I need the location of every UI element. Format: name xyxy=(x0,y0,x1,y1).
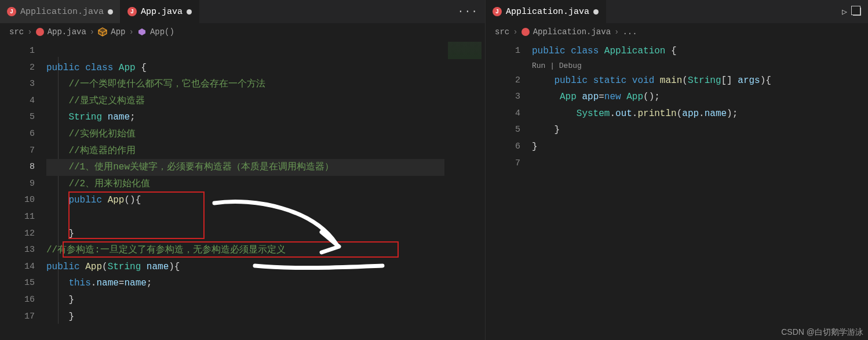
code-line[interactable]: //显式定义构造器 xyxy=(46,93,485,110)
line-number: 4 xyxy=(0,93,46,110)
line-number: 4 xyxy=(486,106,532,122)
code-line[interactable]: public class Application { xyxy=(532,43,868,60)
java-file-icon xyxy=(36,28,44,36)
code-line[interactable]: //1、使用new关键字，必须要有构造器（本质是在调用构造器） xyxy=(46,159,485,176)
code-line[interactable]: //一个类即使什么都不写，它也会存在一个方法 xyxy=(46,76,485,93)
code-content[interactable]: public class App { //一个类即使什么都不写，它也会存在一个方… xyxy=(46,41,485,340)
line-number: 10 xyxy=(0,192,46,209)
breadcrumb-file[interactable]: App.java xyxy=(48,27,86,37)
java-file-icon: J xyxy=(493,7,502,16)
line-number: 1 xyxy=(486,43,532,60)
tab-label: Application.java xyxy=(20,7,104,17)
line-number: 7 xyxy=(0,143,46,160)
dirty-indicator-icon xyxy=(593,9,599,15)
codelens-run-debug[interactable]: Run | Debug xyxy=(532,60,868,73)
minimap-thumb xyxy=(448,42,482,59)
more-icon[interactable]: ··· xyxy=(458,6,478,17)
tab-label: Application.java xyxy=(506,7,589,17)
chevron-right-icon: › xyxy=(90,27,94,37)
line-number: 14 xyxy=(0,259,46,276)
code-line[interactable]: public static void main(String[] args){ xyxy=(532,73,868,89)
code-line[interactable]: App app=new App(); xyxy=(532,89,868,106)
chevron-right-icon: › xyxy=(513,27,517,37)
line-number: 12 xyxy=(0,226,46,243)
dirty-indicator-icon xyxy=(187,9,192,15)
dirty-indicator-icon xyxy=(108,9,113,15)
line-number: 8 xyxy=(0,159,46,176)
watermark-text: CSDN @白切鹅学游泳 xyxy=(781,327,863,338)
chevron-right-icon: › xyxy=(614,27,619,37)
code-line[interactable]: System.out.println(app.name); xyxy=(532,106,868,122)
chevron-right-icon: › xyxy=(129,27,133,37)
line-number: 6 xyxy=(486,139,532,155)
code-line[interactable]: this.name=name; xyxy=(46,275,485,292)
method-icon xyxy=(137,27,147,37)
tab-application-java[interactable]: J Application.java xyxy=(0,0,121,23)
split-editor-icon[interactable] xyxy=(853,8,861,16)
class-icon xyxy=(98,27,107,37)
line-number: 2 xyxy=(0,60,46,77)
line-number: 17 xyxy=(0,309,46,325)
code-line[interactable]: public class App { xyxy=(46,60,485,77)
code-line[interactable]: //实例化初始值 xyxy=(46,126,485,143)
editor-pane-right: J Application.java ▷ src › Application.j… xyxy=(486,0,868,340)
java-file-icon: J xyxy=(127,7,137,16)
breadcrumb-file[interactable]: Application.java xyxy=(533,27,611,37)
code-line[interactable]: public App(String name){ xyxy=(46,259,485,276)
chevron-right-icon: › xyxy=(27,27,32,37)
minimap[interactable] xyxy=(444,41,485,340)
code-line[interactable]: //构造器的作用 xyxy=(46,143,485,160)
code-line[interactable]: } xyxy=(532,139,868,155)
breadcrumb-class[interactable]: App xyxy=(111,27,125,37)
code-line[interactable]: } xyxy=(46,292,485,309)
java-file-icon: J xyxy=(7,7,16,16)
code-line[interactable]: public App(){ xyxy=(46,192,485,209)
line-number: 7 xyxy=(486,155,532,172)
breadcrumb-right[interactable]: src › Application.java › ... xyxy=(486,23,868,41)
code-content[interactable]: public class Application { Run | Debug p… xyxy=(532,41,868,340)
split-editor: J Application.java J App.java ··· src › … xyxy=(0,0,868,340)
line-number: 15 xyxy=(0,275,46,292)
tab-app-java[interactable]: J App.java xyxy=(121,0,199,23)
line-number: 2 xyxy=(486,73,532,89)
code-line[interactable]: } xyxy=(46,309,485,325)
code-line[interactable] xyxy=(46,209,485,226)
breadcrumb-root[interactable]: src xyxy=(9,27,24,37)
line-number: 3 xyxy=(486,89,532,106)
tab-bar-left: J Application.java J App.java ··· xyxy=(0,0,485,23)
line-gutter: 1 2 3 4 5 6 7 8 9 10 11 12 13 14 15 16 1… xyxy=(0,41,46,340)
line-number: 13 xyxy=(0,242,46,259)
line-number: 6 xyxy=(0,126,46,143)
breadcrumb-method[interactable]: App() xyxy=(150,27,174,37)
line-number: 16 xyxy=(0,292,46,309)
line-gutter: 1 2 3 4 5 6 7 xyxy=(486,41,532,340)
breadcrumb-root[interactable]: src xyxy=(495,27,509,37)
code-line[interactable]: } xyxy=(532,122,868,139)
code-line[interactable] xyxy=(532,155,868,172)
line-number: 5 xyxy=(0,109,46,126)
code-line[interactable]: //2、用来初始化值 xyxy=(46,176,485,193)
line-number: 11 xyxy=(0,209,46,226)
line-number: 5 xyxy=(486,122,532,139)
line-number: 3 xyxy=(0,76,46,93)
code-area-left[interactable]: 1 2 3 4 5 6 7 8 9 10 11 12 13 14 15 16 1… xyxy=(0,41,485,340)
line-number: 9 xyxy=(0,176,46,193)
java-file-icon xyxy=(521,28,530,36)
editor-pane-left: J Application.java J App.java ··· src › … xyxy=(0,0,486,340)
tab-label: App.java xyxy=(141,7,183,17)
breadcrumb-left[interactable]: src › App.java › App › App() xyxy=(0,23,485,41)
code-line[interactable] xyxy=(46,43,485,60)
line-number: 1 xyxy=(0,43,46,60)
tab-bar-right: J Application.java ▷ xyxy=(486,0,868,23)
run-icon[interactable]: ▷ xyxy=(842,6,847,17)
tab-application-java-right[interactable]: J Application.java xyxy=(486,0,606,23)
tab-actions-right: ▷ xyxy=(835,0,868,23)
code-line[interactable]: } xyxy=(46,226,485,243)
code-area-right[interactable]: 1 2 3 4 5 6 7 public class Application {… xyxy=(486,41,868,340)
code-line[interactable]: String name; xyxy=(46,109,485,126)
breadcrumb-more[interactable]: ... xyxy=(622,27,637,37)
code-line[interactable]: //有参构造:一旦定义了有参构造，无参构造必须显示定义 xyxy=(46,242,485,259)
tab-actions: ··· xyxy=(451,0,485,23)
